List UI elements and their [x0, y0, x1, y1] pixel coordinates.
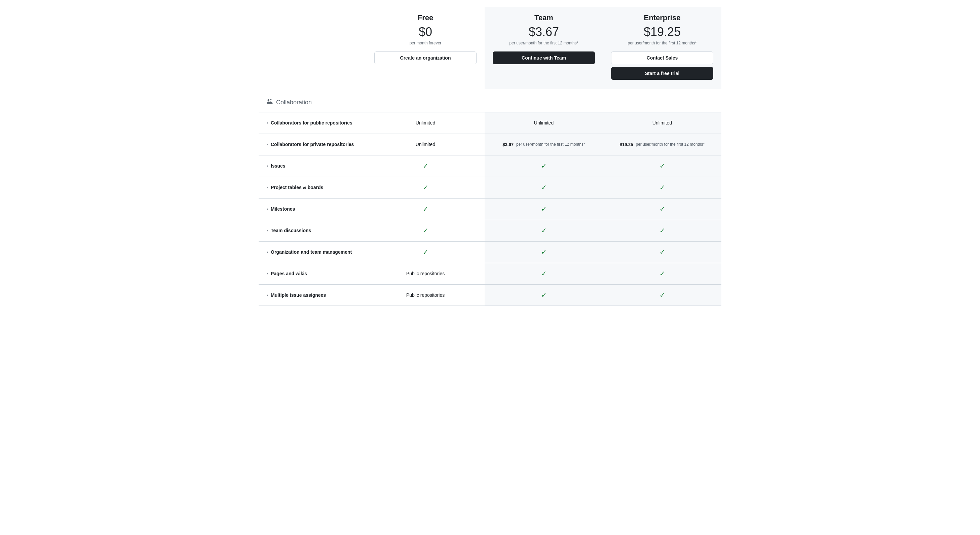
collab-free-empty — [366, 89, 485, 112]
feature-value-text: Unlimited — [416, 120, 435, 126]
free-feature-cell: ✓ — [366, 242, 485, 263]
free-plan-header: Free $0 per month forever Create an orga… — [366, 7, 485, 89]
collaboration-header: Collaboration — [262, 94, 362, 109]
chevron-right-icon[interactable]: › — [267, 250, 268, 255]
team-feature-cell: ✓ — [485, 156, 603, 177]
feature-row: ›Project tables & boards✓✓✓ — [259, 177, 721, 198]
continue-with-team-button[interactable]: Continue with Team — [493, 51, 595, 64]
check-icon: ✓ — [541, 270, 547, 277]
check-icon: ✓ — [541, 184, 547, 191]
enterprise-feature-cell: ✓ — [603, 199, 721, 220]
feature-value-text: Unlimited — [416, 142, 435, 147]
price-description: per user/month for the first 12 months* — [516, 142, 585, 147]
price-note: $3.67per user/month for the first 12 mon… — [503, 142, 585, 147]
feature-name-cell: ›Organization and team management — [259, 242, 366, 263]
free-plan-price: $0 — [374, 25, 477, 39]
team-plan-header: Team $3.67 per user/month for the first … — [485, 7, 603, 89]
check-icon: ✓ — [423, 162, 428, 169]
feature-rows: ›Collaborators for public repositoriesUn… — [259, 112, 721, 306]
pricing-header: Free $0 per month forever Create an orga… — [259, 7, 721, 89]
feature-name-cell: ›Issues — [259, 156, 366, 177]
feature-name-cell: ›Milestones — [259, 199, 366, 220]
collab-team-empty — [485, 89, 603, 112]
feature-row: ›Collaborators for public repositoriesUn… — [259, 112, 721, 134]
enterprise-plan-price: $19.25 — [611, 25, 713, 39]
free-feature-cell: ✓ — [366, 177, 485, 198]
enterprise-plan-header: Enterprise $19.25 per user/month for the… — [603, 7, 721, 89]
chevron-right-icon[interactable]: › — [267, 142, 268, 147]
feature-row: ›Organization and team management✓✓✓ — [259, 241, 721, 263]
team-feature-cell: $3.67per user/month for the first 12 mon… — [485, 134, 603, 155]
check-icon: ✓ — [660, 248, 665, 255]
free-feature-cell: Public repositories — [366, 285, 485, 306]
team-plan-price: $3.67 — [493, 25, 595, 39]
feature-name-cell: ›Project tables & boards — [259, 177, 366, 198]
enterprise-feature-cell: ✓ — [603, 177, 721, 198]
feature-name-cell: ›Multiple issue assignees — [259, 285, 366, 306]
check-icon: ✓ — [423, 205, 428, 212]
feature-row: ›Collaborators for private repositoriesU… — [259, 134, 721, 155]
price-amount: $19.25 — [620, 142, 633, 147]
free-feature-cell: Unlimited — [366, 134, 485, 155]
free-feature-cell: Public repositories — [366, 263, 485, 284]
free-feature-cell: Unlimited — [366, 112, 485, 134]
feature-name-text: Team discussions — [271, 228, 311, 233]
check-icon: ✓ — [660, 162, 665, 169]
free-plan-name: Free — [374, 13, 477, 22]
feature-value-text: Unlimited — [534, 120, 554, 126]
collab-enterprise-empty — [603, 89, 721, 112]
chevron-right-icon[interactable]: › — [267, 293, 268, 298]
free-feature-cell: ✓ — [366, 156, 485, 177]
start-free-trial-button[interactable]: Start a free trial — [611, 67, 713, 80]
feature-row: ›Multiple issue assigneesPublic reposito… — [259, 284, 721, 306]
chevron-right-icon[interactable]: › — [267, 121, 268, 125]
chevron-right-icon[interactable]: › — [267, 207, 268, 211]
free-feature-cell: ✓ — [366, 199, 485, 220]
chevron-right-icon[interactable]: › — [267, 228, 268, 233]
free-feature-cell: ✓ — [366, 220, 485, 241]
check-icon: ✓ — [423, 227, 428, 234]
check-icon: ✓ — [660, 292, 665, 298]
check-icon: ✓ — [660, 205, 665, 212]
team-feature-cell: Unlimited — [485, 112, 603, 134]
feature-name-text: Collaborators for private repositories — [271, 142, 354, 147]
team-feature-cell: ✓ — [485, 242, 603, 263]
feature-name-text: Multiple issue assignees — [271, 292, 326, 298]
price-description: per user/month for the first 12 months* — [636, 142, 705, 147]
team-feature-cell: ✓ — [485, 177, 603, 198]
enterprise-feature-cell: ✓ — [603, 220, 721, 241]
feature-value-text: Unlimited — [652, 120, 672, 126]
check-icon: ✓ — [541, 162, 547, 169]
chevron-right-icon[interactable]: › — [267, 185, 268, 190]
check-icon: ✓ — [660, 184, 665, 191]
enterprise-plan-name: Enterprise — [611, 13, 713, 22]
collaboration-title: Collaboration — [276, 99, 312, 106]
collab-svg-icon — [267, 99, 274, 105]
team-feature-cell: ✓ — [485, 220, 603, 241]
collaboration-icon — [267, 99, 274, 107]
feature-name-text: Organization and team management — [271, 249, 352, 255]
check-icon: ✓ — [660, 270, 665, 277]
feature-row: ›Milestones✓✓✓ — [259, 198, 721, 220]
check-icon: ✓ — [541, 248, 547, 255]
enterprise-feature-cell: Unlimited — [603, 112, 721, 134]
create-org-button[interactable]: Create an organization — [374, 51, 477, 64]
team-plan-subtitle: per user/month for the first 12 months* — [493, 40, 595, 46]
feature-name-cell: ›Collaborators for private repositories — [259, 134, 366, 155]
enterprise-feature-cell: $19.25per user/month for the first 12 mo… — [603, 134, 721, 155]
chevron-right-icon[interactable]: › — [267, 164, 268, 168]
enterprise-feature-cell: ✓ — [603, 156, 721, 177]
check-icon: ✓ — [423, 248, 428, 255]
feature-name-cell: ›Team discussions — [259, 220, 366, 241]
team-feature-cell: ✓ — [485, 263, 603, 284]
chevron-right-icon[interactable]: › — [267, 271, 268, 276]
check-icon: ✓ — [541, 292, 547, 298]
feature-row: ›Team discussions✓✓✓ — [259, 220, 721, 241]
enterprise-feature-cell: ✓ — [603, 263, 721, 284]
feature-name-text: Project tables & boards — [271, 185, 323, 190]
feature-name-cell: ›Pages and wikis — [259, 263, 366, 284]
contact-sales-button[interactable]: Contact Sales — [611, 51, 713, 64]
check-icon: ✓ — [423, 184, 428, 191]
feature-name-text: Collaborators for public repositories — [271, 120, 352, 126]
feature-name-text: Pages and wikis — [271, 271, 307, 276]
